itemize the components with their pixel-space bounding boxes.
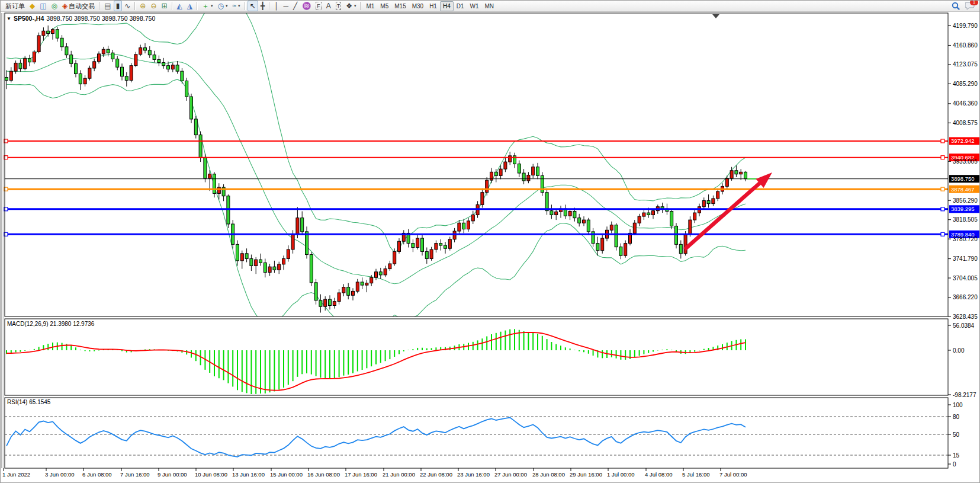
separator bbox=[269, 2, 270, 10]
templates-icon[interactable]: ≈▾ bbox=[230, 1, 242, 11]
svg-text:6 Jun 08:00: 6 Jun 08:00 bbox=[82, 471, 112, 478]
svg-text:50: 50 bbox=[953, 431, 960, 438]
candlestick-chart-icon[interactable]: ▮ bbox=[114, 1, 123, 11]
svg-text:29 Jun 16:00: 29 Jun 16:00 bbox=[570, 471, 602, 478]
search-icon[interactable] bbox=[952, 2, 960, 11]
svg-text:3704.005: 3704.005 bbox=[953, 275, 978, 282]
horizontal-line-icon[interactable]: ─ bbox=[281, 1, 291, 11]
chevron-down-icon: ▾ bbox=[226, 4, 228, 8]
svg-text:100: 100 bbox=[953, 402, 963, 408]
auto-trading-icon[interactable]: ◈自动交易 bbox=[60, 1, 97, 11]
svg-text:4 Jul 08:00: 4 Jul 08:00 bbox=[645, 471, 672, 478]
add-indicator-icon[interactable]: ＋▾ bbox=[200, 1, 216, 11]
separator bbox=[134, 2, 136, 10]
templates-glyph: ≈ bbox=[232, 2, 236, 9]
timeframe-mn-button[interactable]: MN bbox=[482, 1, 497, 11]
svg-text:3818.505: 3818.505 bbox=[953, 216, 978, 223]
funnel-icon[interactable]: ◆ bbox=[27, 1, 37, 11]
zoom-out-icon[interactable]: ⊖ bbox=[148, 1, 159, 11]
new-order-label: 新订单 bbox=[5, 2, 25, 11]
fibonacci-glyph: ♒ bbox=[302, 2, 311, 9]
svg-text:22 Jun 08:00: 22 Jun 08:00 bbox=[420, 471, 452, 478]
text-label-icon[interactable]: T bbox=[333, 1, 344, 11]
svg-text:16 Jun 08:00: 16 Jun 08:00 bbox=[307, 471, 340, 478]
svg-text:9 Jun 00:00: 9 Jun 00:00 bbox=[158, 471, 187, 478]
chart-shift-icon[interactable]: ◮ bbox=[185, 1, 195, 11]
vertical-line-glyph: │ bbox=[274, 2, 279, 9]
separator bbox=[360, 2, 361, 10]
svg-text:4160.860: 4160.860 bbox=[953, 42, 978, 49]
svg-text:3666.220: 3666.220 bbox=[953, 294, 978, 300]
chart-shift-glyph: ◮ bbox=[187, 2, 192, 9]
trend-line-glyph: ╱ bbox=[293, 2, 297, 9]
timeframe-m1-button[interactable]: M1 bbox=[363, 1, 377, 11]
svg-text:15: 15 bbox=[953, 452, 960, 459]
chart-symbol-period: SP500-,H4 bbox=[14, 15, 44, 22]
timeframe-d1-button[interactable]: D1 bbox=[454, 1, 467, 11]
text-label-glyph: T bbox=[336, 2, 342, 10]
svg-text:10 Jun 08:00: 10 Jun 08:00 bbox=[195, 471, 227, 478]
svg-text:3878.467: 3878.467 bbox=[951, 186, 975, 193]
timeframe-m30-button[interactable]: M30 bbox=[409, 1, 426, 11]
svg-text:5 Jul 16:00: 5 Jul 16:00 bbox=[682, 471, 709, 478]
text-glyph: A bbox=[326, 2, 331, 9]
periods-icon[interactable]: ◷▾ bbox=[215, 1, 230, 11]
horizontal-line-glyph: ─ bbox=[283, 2, 288, 9]
svg-text:23 Jun 16:00: 23 Jun 16:00 bbox=[457, 471, 490, 478]
chart-ohlc-quote: 3898.750 3898.750 3898.750 3898.750 bbox=[46, 15, 155, 22]
market-signal-icon[interactable]: ◎ bbox=[49, 1, 60, 11]
shapes-glyph: ❖ bbox=[346, 2, 352, 9]
market-signal-glyph: ◎ bbox=[52, 2, 57, 9]
svg-text:3628.435: 3628.435 bbox=[953, 314, 978, 320]
bar-chart-icon[interactable]: ▤ bbox=[102, 1, 113, 11]
auto-scroll-icon[interactable]: ◭ bbox=[175, 1, 185, 11]
svg-text:3741.790: 3741.790 bbox=[953, 255, 978, 262]
separator bbox=[99, 2, 100, 10]
svg-text:4008.575: 4008.575 bbox=[953, 120, 978, 126]
svg-text:17 Jun 16:00: 17 Jun 16:00 bbox=[345, 471, 377, 478]
timeframe-w1-button[interactable]: W1 bbox=[467, 1, 482, 11]
symbol-dropdown-icon[interactable]: ▼ bbox=[7, 16, 11, 21]
timeframe-h1-button[interactable]: H1 bbox=[426, 1, 440, 11]
chart-canvas[interactable]: 3972.9423940.6823898.7503878.4673839.295… bbox=[1, 1, 980, 483]
zoom-in-icon[interactable]: ⊕ bbox=[137, 1, 148, 11]
separator bbox=[245, 2, 246, 10]
svg-text:13 Jun 16:00: 13 Jun 16:00 bbox=[232, 471, 265, 478]
fibonacci-icon[interactable]: ♒ bbox=[300, 1, 313, 11]
text-icon[interactable]: A bbox=[324, 1, 333, 11]
svg-text:0.00: 0.00 bbox=[953, 347, 965, 354]
svg-text:3839.295: 3839.295 bbox=[951, 206, 975, 212]
crosshair-icon[interactable]: ╋ bbox=[258, 1, 267, 11]
grid-glyph: F bbox=[316, 2, 322, 10]
svg-text:15 Jun 00:00: 15 Jun 00:00 bbox=[270, 471, 303, 478]
new-order-button[interactable]: 新订单 bbox=[3, 1, 27, 11]
auto-scroll-glyph: ◭ bbox=[177, 2, 182, 9]
svg-text:-98.2177: -98.2177 bbox=[953, 392, 976, 398]
shapes-icon[interactable]: ❖▾ bbox=[343, 1, 358, 11]
line-chart-icon[interactable]: ∿ bbox=[122, 1, 133, 11]
toolbar: 新订单◆◫◎◈自动交易▤▮∿⊕⊖⊞◭◮＋▾◷▾≈▾↖╋│─╱♒FAT❖▾ M1M… bbox=[1, 1, 980, 12]
grid-icon[interactable]: F bbox=[313, 1, 324, 11]
chart-windows-icon[interactable]: ◫ bbox=[37, 1, 49, 11]
toolbar-groups: 新订单◆◫◎◈自动交易▤▮∿⊕⊖⊞◭◮＋▾◷▾≈▾↖╋│─╱♒FAT❖▾ bbox=[3, 1, 358, 11]
notifications-icon[interactable]: 1 bbox=[965, 2, 975, 10]
cursor-icon[interactable]: ↖ bbox=[248, 1, 258, 11]
tile-windows-icon[interactable]: ⊞ bbox=[159, 1, 169, 11]
chevron-down-icon: ▾ bbox=[211, 4, 213, 8]
timeframe-h4-button[interactable]: H4 bbox=[440, 1, 454, 11]
svg-text:4046.360: 4046.360 bbox=[953, 100, 978, 107]
bar-chart-glyph: ▤ bbox=[104, 2, 111, 9]
auto-trading-glyph: ◈ bbox=[62, 2, 68, 9]
timeframe-m5-button[interactable]: M5 bbox=[377, 1, 391, 11]
macd-indicator-label: MACD(12,26,9) 21.3980 12.9736 bbox=[7, 321, 94, 327]
add-indicator-glyph: ＋ bbox=[202, 2, 209, 9]
notification-badge: 1 bbox=[970, 0, 978, 5]
svg-text:4085.290: 4085.290 bbox=[953, 81, 978, 87]
chart-windows-glyph: ◫ bbox=[40, 2, 46, 9]
svg-text:56.0384: 56.0384 bbox=[953, 322, 975, 329]
trend-line-icon[interactable]: ╱ bbox=[291, 1, 300, 11]
svg-text:4123.075: 4123.075 bbox=[953, 61, 978, 68]
timeframe-m15-button[interactable]: M15 bbox=[391, 1, 409, 11]
vertical-line-icon[interactable]: │ bbox=[272, 1, 281, 11]
svg-text:21 Jun 00:00: 21 Jun 00:00 bbox=[383, 471, 415, 478]
